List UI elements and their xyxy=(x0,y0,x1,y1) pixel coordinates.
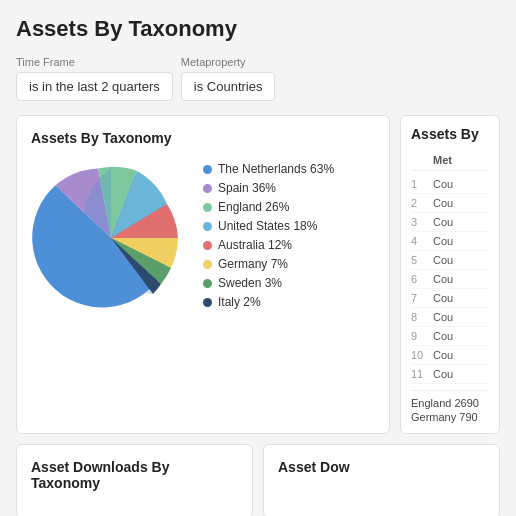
legend-dot-australia xyxy=(203,241,212,250)
chart-legend: The Netherlands 63% Spain 36% England 26… xyxy=(203,162,375,314)
row-val-2: Cou xyxy=(433,197,453,209)
legend-item-germany: Germany 7% xyxy=(203,257,375,271)
chart-area: The Netherlands 63% Spain 36% England 26… xyxy=(31,158,375,318)
row-num-9: 9 xyxy=(411,330,433,342)
legend-dot-sweden xyxy=(203,279,212,288)
page: Assets By Taxonomy Time Frame is in the … xyxy=(0,0,516,516)
legend-label-england: England 26% xyxy=(218,200,289,214)
col-num-header xyxy=(411,154,433,166)
table-row: 3 Cou xyxy=(411,213,489,232)
page-title: Assets By Taxonomy xyxy=(16,16,500,42)
row-num-8: 8 xyxy=(411,311,433,323)
row-val-1: Cou xyxy=(433,178,453,190)
row-val-7: Cou xyxy=(433,292,453,304)
legend-item-australia: Australia 12% xyxy=(203,238,375,252)
germany-detail: Germany 790 xyxy=(411,411,489,423)
timeframe-chip[interactable]: is in the last 2 quarters xyxy=(16,72,173,101)
row-val-5: Cou xyxy=(433,254,453,266)
bottom-left-title: Asset Downloads By Taxonomy xyxy=(31,459,238,491)
chart-card: Assets By Taxonomy xyxy=(16,115,390,434)
table-row: 8 Cou xyxy=(411,308,489,327)
timeframe-label: Time Frame xyxy=(16,56,173,68)
legend-dot-germany xyxy=(203,260,212,269)
metaproperty-filter-group: Metaproperty is Countries xyxy=(181,56,276,101)
table-row: 1 Cou xyxy=(411,175,489,194)
main-row: Assets By Taxonomy xyxy=(16,115,500,434)
table-rows: 1 Cou 2 Cou 3 Cou 4 Cou 5 Cou xyxy=(411,175,489,384)
timeframe-filter-group: Time Frame is in the last 2 quarters xyxy=(16,56,173,101)
bottom-left-card: Asset Downloads By Taxonomy xyxy=(16,444,253,516)
filters-bar: Time Frame is in the last 2 quarters Met… xyxy=(16,56,500,101)
legend-item-italy: Italy 2% xyxy=(203,295,375,309)
row-num-6: 6 xyxy=(411,273,433,285)
row-val-11: Cou xyxy=(433,368,453,380)
legend-dot-italy xyxy=(203,298,212,307)
row-val-3: Cou xyxy=(433,216,453,228)
row-val-4: Cou xyxy=(433,235,453,247)
table-row: 5 Cou xyxy=(411,251,489,270)
chart-card-title: Assets By Taxonomy xyxy=(31,130,375,146)
table-row: 6 Cou xyxy=(411,270,489,289)
table-header: Met xyxy=(411,154,489,171)
row-num-3: 3 xyxy=(411,216,433,228)
legend-dot-us xyxy=(203,222,212,231)
legend-label-australia: Australia 12% xyxy=(218,238,292,252)
table-row: 11 Cou xyxy=(411,365,489,384)
row-num-1: 1 xyxy=(411,178,433,190)
bottom-right-card: Asset Dow xyxy=(263,444,500,516)
england-detail: England 2690 xyxy=(411,397,489,409)
table-row: 2 Cou xyxy=(411,194,489,213)
legend-label-sweden: Sweden 3% xyxy=(218,276,282,290)
row-val-10: Cou xyxy=(433,349,453,361)
table-row: 4 Cou xyxy=(411,232,489,251)
table-row: 9 Cou xyxy=(411,327,489,346)
row-num-4: 4 xyxy=(411,235,433,247)
row-num-5: 5 xyxy=(411,254,433,266)
row-num-11: 11 xyxy=(411,368,433,380)
legend-dot-spain xyxy=(203,184,212,193)
table-row: 7 Cou xyxy=(411,289,489,308)
row-num-10: 10 xyxy=(411,349,433,361)
legend-label-italy: Italy 2% xyxy=(218,295,261,309)
legend-item-sweden: Sweden 3% xyxy=(203,276,375,290)
legend-dot-england xyxy=(203,203,212,212)
legend-label-spain: Spain 36% xyxy=(218,181,276,195)
row-val-9: Cou xyxy=(433,330,453,342)
legend-label-netherlands: The Netherlands 63% xyxy=(218,162,334,176)
pie-chart xyxy=(31,158,191,318)
bottom-row: Asset Downloads By Taxonomy Asset Dow xyxy=(16,444,500,516)
row-val-8: Cou xyxy=(433,311,453,323)
country-details: England 2690 Germany 790 xyxy=(411,390,489,423)
table-card-title: Assets By xyxy=(411,126,489,142)
legend-item-us: United States 18% xyxy=(203,219,375,233)
legend-item-spain: Spain 36% xyxy=(203,181,375,195)
row-num-2: 2 xyxy=(411,197,433,209)
metaproperty-chip[interactable]: is Countries xyxy=(181,72,276,101)
table-card: Assets By Met 1 Cou 2 Cou 3 Cou xyxy=(400,115,500,434)
table-row: 10 Cou xyxy=(411,346,489,365)
metaproperty-label: Metaproperty xyxy=(181,56,276,68)
row-val-6: Cou xyxy=(433,273,453,285)
col-met-header: Met xyxy=(433,154,489,166)
legend-item-netherlands: The Netherlands 63% xyxy=(203,162,375,176)
legend-label-us: United States 18% xyxy=(218,219,317,233)
row-num-7: 7 xyxy=(411,292,433,304)
bottom-right-title: Asset Dow xyxy=(278,459,485,475)
pie-svg xyxy=(31,158,191,318)
legend-label-germany: Germany 7% xyxy=(218,257,288,271)
legend-item-england: England 26% xyxy=(203,200,375,214)
legend-dot-netherlands xyxy=(203,165,212,174)
